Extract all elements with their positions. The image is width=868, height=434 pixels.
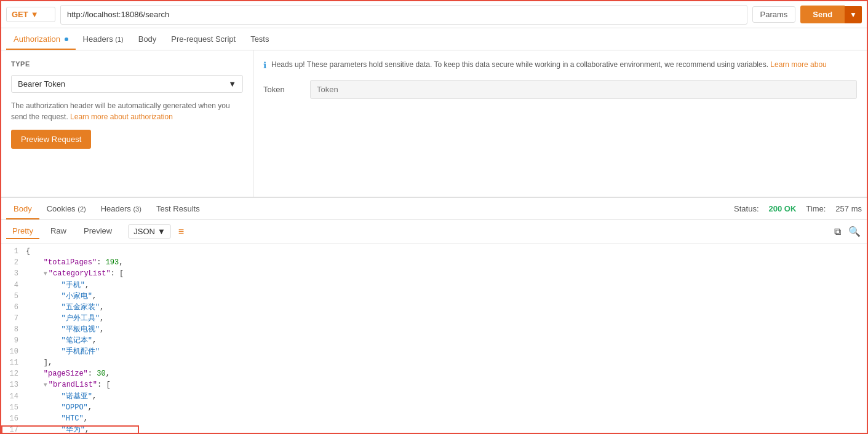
json-line-5: 5 "小家电", [1, 291, 867, 302]
json-line-15: 15 "OPPO", [1, 402, 867, 413]
status-label: Status: [734, 204, 759, 213]
time-label: Time: [806, 204, 826, 213]
json-line-content-12: "pageSize": 30, [26, 368, 867, 379]
json-line-content-16: "HTC", [26, 413, 867, 424]
method-selector[interactable]: GET ▼ [6, 7, 55, 22]
info-icon: ℹ [263, 60, 266, 70]
format-bar-right: ⧉ 🔍 [833, 224, 862, 239]
method-chevron: ▼ [31, 10, 39, 19]
auth-right-panel: ℹ Heads up! These parameters hold sensit… [253, 50, 867, 197]
json-line-8: 8 "平板电视", [1, 324, 867, 335]
token-input[interactable] [310, 80, 857, 99]
format-bar: Pretty Raw Preview JSON ▼ ≡ ⧉ 🔍 [1, 220, 867, 243]
response-tab-cookies[interactable]: Cookies (2) [39, 199, 94, 219]
format-selector-value: JSON [133, 227, 155, 236]
json-line-6: 6 "五金家装", [1, 302, 867, 313]
json-line-content-5: "小家电", [26, 291, 867, 302]
json-line-16: 16 "HTC", [1, 413, 867, 424]
tab-body[interactable]: Body [131, 30, 164, 50]
url-input[interactable] [60, 5, 747, 25]
format-chevron: ▼ [157, 227, 165, 236]
json-line-12: 12 "pageSize": 30, [1, 368, 867, 379]
request-tabs-bar: Authorization Headers (1) Body Pre-reque… [1, 28, 867, 50]
learn-more-link[interactable]: Learn more about authorization [70, 112, 173, 121]
json-viewer[interactable]: 1{2 "totalPages": 193,3 ▼"categoryList":… [1, 243, 867, 434]
json-line-3: 3 ▼"categoryList": [ [1, 268, 867, 280]
preview-request-button[interactable]: Preview Request [11, 130, 91, 149]
response-tabs-left: Body Cookies (2) Headers (3) Test Result… [6, 199, 207, 219]
tab-headers[interactable]: Headers (1) [76, 30, 131, 50]
json-line-content-9: "笔记本", [26, 335, 867, 346]
json-line-17: 17 "华为", [1, 424, 867, 434]
json-line-content-4: "手机", [26, 280, 867, 291]
json-line-11: 11 ], [1, 357, 867, 368]
json-line-content-6: "五金家装", [26, 302, 867, 313]
type-select[interactable]: Bearer Token ▼ [11, 75, 243, 93]
auth-description: The authorization header will be automat… [11, 100, 243, 122]
send-dropdown-button[interactable]: ▼ [845, 6, 862, 23]
json-line-content-2: "totalPages": 193, [26, 257, 867, 268]
json-viewer-container: 1{2 "totalPages": 193,3 ▼"categoryList":… [1, 243, 867, 434]
request-area: TYPE Bearer Token ▼ The authorization he… [1, 50, 867, 198]
json-line-content-14: "诺基亚", [26, 391, 867, 402]
format-tab-raw[interactable]: Raw [44, 224, 73, 239]
json-line-4: 4 "手机", [1, 280, 867, 291]
tab-tests[interactable]: Tests [243, 30, 276, 50]
time-value: 257 ms [835, 204, 862, 213]
format-selector[interactable]: JSON ▼ [128, 224, 171, 239]
send-button-group: Send ▼ [800, 6, 862, 23]
response-tab-test-results[interactable]: Test Results [149, 199, 207, 219]
send-button[interactable]: Send [800, 6, 845, 23]
json-line-2: 2 "totalPages": 193, [1, 257, 867, 268]
json-line-13: 13 ▼"brandList": [ [1, 379, 867, 391]
json-line-content-7: "户外工具", [26, 313, 867, 324]
info-message: Heads up! These parameters hold sensitiv… [271, 60, 827, 69]
json-line-content-1: { [26, 246, 867, 257]
status-code: 200 OK [769, 204, 797, 213]
method-label: GET [12, 10, 28, 19]
info-banner: ℹ Heads up! These parameters hold sensit… [263, 60, 857, 70]
type-value: Bearer Token [18, 79, 65, 89]
json-line-content-11: ], [26, 357, 867, 368]
copy-icon[interactable]: ⧉ [833, 225, 842, 239]
response-tabs-bar: Body Cookies (2) Headers (3) Test Result… [1, 198, 867, 220]
type-chevron: ▼ [228, 79, 236, 89]
token-label: Token [263, 85, 300, 94]
tab-authorization[interactable]: Authorization [6, 30, 76, 50]
json-line-content-10: "手机配件" [26, 346, 867, 357]
params-button[interactable]: Params [752, 6, 796, 23]
json-line-content-3: ▼"categoryList": [ [26, 268, 867, 280]
response-tab-body[interactable]: Body [6, 199, 39, 219]
info-learn-more[interactable]: Learn more abou [770, 60, 826, 69]
json-line-10: 10 "手机配件" [1, 346, 867, 357]
search-icon[interactable]: 🔍 [847, 224, 862, 239]
json-line-content-8: "平板电视", [26, 324, 867, 335]
wrap-icon[interactable]: ≡ [178, 226, 184, 237]
authorization-dot [65, 37, 68, 41]
format-tab-preview[interactable]: Preview [78, 224, 118, 239]
status-info: Status: 200 OK Time: 257 ms [734, 204, 862, 213]
type-label: TYPE [11, 60, 243, 68]
auth-left-panel: TYPE Bearer Token ▼ The authorization he… [1, 50, 253, 197]
json-line-1: 1{ [1, 246, 867, 257]
json-line-7: 7 "户外工具", [1, 313, 867, 324]
token-row: Token [263, 80, 857, 99]
json-line-content-15: "OPPO", [26, 402, 867, 413]
json-line-9: 9 "笔记本", [1, 335, 867, 346]
tab-pre-request-script[interactable]: Pre-request Script [164, 30, 243, 50]
json-line-content-13: ▼"brandList": [ [26, 379, 867, 391]
json-line-14: 14 "诺基亚", [1, 391, 867, 402]
response-tab-headers[interactable]: Headers (3) [94, 199, 149, 219]
format-tab-pretty[interactable]: Pretty [6, 224, 39, 239]
json-line-content-17: "华为", [26, 424, 867, 434]
